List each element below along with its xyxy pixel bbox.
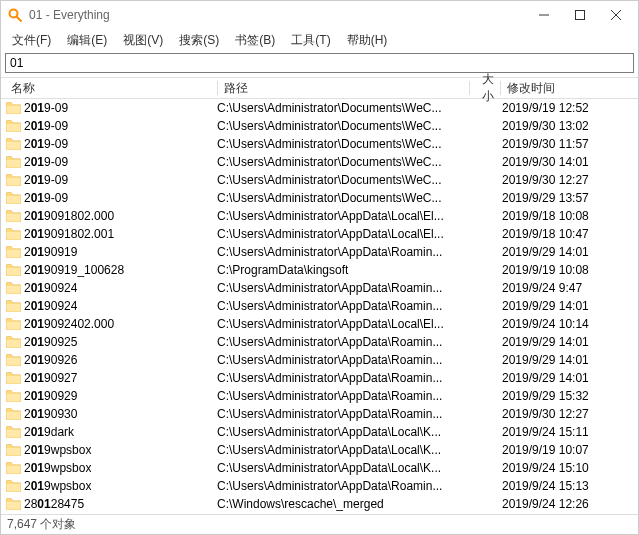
file-path: C:\Users\Administrator\AppData\Roamin... <box>217 389 468 403</box>
file-path: C:\Users\Administrator\AppData\Local\K..… <box>217 425 468 439</box>
file-date: 2019/9/30 13:02 <box>498 119 638 133</box>
table-row[interactable]: 2019091802.001C:\Users\Administrator\App… <box>1 225 638 243</box>
file-date: 2019/9/29 14:01 <box>498 335 638 349</box>
file-name: 20190919_100628 <box>24 263 124 277</box>
menu-bar: 文件(F) 编辑(E) 视图(V) 搜索(S) 书签(B) 工具(T) 帮助(H… <box>1 29 638 51</box>
table-row[interactable]: 2019-09C:\Users\Administrator\Documents\… <box>1 153 638 171</box>
table-row[interactable]: 2019091802.000C:\Users\Administrator\App… <box>1 207 638 225</box>
folder-icon <box>5 370 21 386</box>
menu-tools[interactable]: 工具(T) <box>284 30 337 51</box>
menu-help[interactable]: 帮助(H) <box>340 30 395 51</box>
file-name: 2019-09 <box>24 173 68 187</box>
maximize-button[interactable] <box>562 1 598 29</box>
minimize-button[interactable] <box>526 1 562 29</box>
svg-rect-3 <box>576 11 585 20</box>
file-name: 2019-09 <box>24 101 68 115</box>
folder-icon <box>5 478 21 494</box>
table-row[interactable]: 20190919C:\Users\Administrator\AppData\R… <box>1 243 638 261</box>
folder-icon <box>5 172 21 188</box>
table-row[interactable]: 2019-09C:\Users\Administrator\Documents\… <box>1 135 638 153</box>
file-date: 2019/9/24 15:11 <box>498 425 638 439</box>
folder-icon <box>5 226 21 242</box>
table-row[interactable]: 20190919_100628C:\ProgramData\kingsoft20… <box>1 261 638 279</box>
table-row[interactable]: 20190926C:\Users\Administrator\AppData\R… <box>1 351 638 369</box>
table-row[interactable]: 2019wpsboxC:\Users\Administrator\AppData… <box>1 441 638 459</box>
table-row[interactable]: 20190929C:\Users\Administrator\AppData\R… <box>1 387 638 405</box>
file-name: 2019dark <box>24 425 74 439</box>
table-row[interactable]: 2019092402.000C:\Users\Administrator\App… <box>1 315 638 333</box>
file-path: C:\Users\Administrator\AppData\Local\El.… <box>217 209 468 223</box>
file-path: C:\Users\Administrator\AppData\Roamin... <box>217 245 468 259</box>
file-path: C:\Users\Administrator\AppData\Roamin... <box>217 479 468 493</box>
file-path: C:\Users\Administrator\Documents\WeC... <box>217 137 468 151</box>
file-date: 2019/9/29 14:01 <box>498 371 638 385</box>
file-date: 2019/9/24 15:10 <box>498 461 638 475</box>
folder-icon <box>5 406 21 422</box>
header-date[interactable]: 修改时间 <box>501 77 638 100</box>
file-name: 20190925 <box>24 335 77 349</box>
search-input[interactable] <box>5 53 634 73</box>
file-date: 2019/9/24 15:13 <box>498 479 638 493</box>
table-row[interactable]: 280128475C:\Windows\rescache\_merged2019… <box>1 495 638 513</box>
folder-icon <box>5 100 21 116</box>
file-date: 2019/9/30 12:27 <box>498 407 638 421</box>
table-row[interactable]: 20190924C:\Users\Administrator\AppData\R… <box>1 279 638 297</box>
table-row[interactable]: 20190927C:\Users\Administrator\AppData\R… <box>1 369 638 387</box>
results-list[interactable]: 2019-09C:\Users\Administrator\Documents\… <box>1 99 638 514</box>
table-row[interactable]: 2019-09C:\Users\Administrator\Documents\… <box>1 117 638 135</box>
file-name: 20190924 <box>24 299 77 313</box>
file-name: 2019092402.000 <box>24 317 114 331</box>
table-row[interactable]: 2019darkC:\Users\Administrator\AppData\L… <box>1 423 638 441</box>
file-name: 2019-09 <box>24 137 68 151</box>
table-row[interactable]: 2019wpsboxC:\Users\Administrator\AppData… <box>1 477 638 495</box>
file-name: 20190924 <box>24 281 77 295</box>
table-row[interactable]: 2019-09C:\Users\Administrator\Documents\… <box>1 99 638 117</box>
table-row[interactable]: 20190925C:\Users\Administrator\AppData\R… <box>1 333 638 351</box>
file-name: 20190930 <box>24 407 77 421</box>
file-date: 2019/9/18 10:47 <box>498 227 638 241</box>
close-button[interactable] <box>598 1 634 29</box>
table-row[interactable]: 20190930C:\Users\Administrator\AppData\R… <box>1 405 638 423</box>
folder-icon <box>5 154 21 170</box>
file-path: C:\Users\Administrator\Documents\WeC... <box>217 155 468 169</box>
file-path: C:\Users\Administrator\Documents\WeC... <box>217 173 468 187</box>
file-path: C:\Users\Administrator\Documents\WeC... <box>217 101 468 115</box>
file-name: 2019wpsbox <box>24 443 91 457</box>
table-row[interactable]: 20190924C:\Users\Administrator\AppData\R… <box>1 297 638 315</box>
file-name: 2019wpsbox <box>24 461 91 475</box>
table-row[interactable]: 2019-09C:\Users\Administrator\Documents\… <box>1 171 638 189</box>
column-headers: 名称 路径 大小 修改时间 <box>1 77 638 99</box>
file-name: 280128475 <box>24 497 84 511</box>
folder-icon <box>5 136 21 152</box>
file-path: C:\Users\Administrator\AppData\Roamin... <box>217 281 468 295</box>
menu-search[interactable]: 搜索(S) <box>172 30 226 51</box>
menu-edit[interactable]: 编辑(E) <box>60 30 114 51</box>
file-path: C:\Windows\rescache\_merged <box>217 497 468 511</box>
table-row[interactable]: 2019-09C:\Users\Administrator\Documents\… <box>1 189 638 207</box>
menu-view[interactable]: 视图(V) <box>116 30 170 51</box>
table-row[interactable]: 2019wpsboxC:\Users\Administrator\AppData… <box>1 459 638 477</box>
header-path[interactable]: 路径 <box>218 77 469 100</box>
folder-icon <box>5 118 21 134</box>
folder-icon <box>5 280 21 296</box>
header-name[interactable]: 名称 <box>5 77 217 100</box>
file-date: 2019/9/29 15:32 <box>498 389 638 403</box>
file-path: C:\Users\Administrator\AppData\Roamin... <box>217 335 468 349</box>
menu-file[interactable]: 文件(F) <box>5 30 58 51</box>
file-name: 2019091802.001 <box>24 227 114 241</box>
file-path: C:\Users\Administrator\AppData\Roamin... <box>217 299 468 313</box>
file-path: C:\Users\Administrator\AppData\Roamin... <box>217 371 468 385</box>
file-date: 2019/9/24 12:26 <box>498 497 638 511</box>
folder-icon <box>5 244 21 260</box>
search-box <box>5 53 634 73</box>
file-date: 2019/9/29 14:01 <box>498 245 638 259</box>
folder-icon <box>5 262 21 278</box>
folder-icon <box>5 496 21 512</box>
file-path: C:\Users\Administrator\AppData\Roamin... <box>217 353 468 367</box>
file-name: 2019-09 <box>24 191 68 205</box>
file-name: 2019091802.000 <box>24 209 114 223</box>
folder-icon <box>5 334 21 350</box>
file-date: 2019/9/30 11:57 <box>498 137 638 151</box>
file-date: 2019/9/19 10:08 <box>498 263 638 277</box>
menu-bookmark[interactable]: 书签(B) <box>228 30 282 51</box>
